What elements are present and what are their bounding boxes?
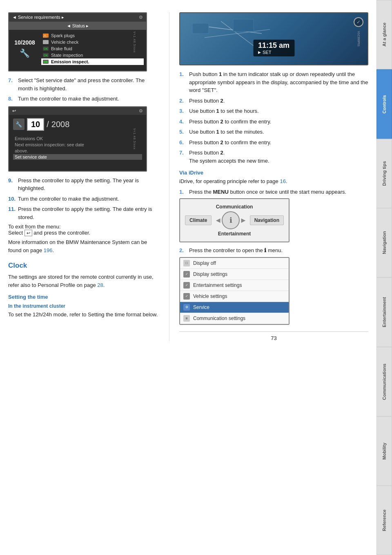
ok-icon-emission: OK	[43, 60, 49, 64]
screen-date: 10/2008	[14, 39, 35, 46]
right-step-4-text: Press button 2 to confirm the entry.	[189, 118, 271, 126]
screen-left-panel: 10/2008 🔧	[11, 32, 38, 65]
screen-date-adjustment: ↩ ⚙ 🔧 10 / 2008 Emissions OK Next emissi…	[8, 106, 147, 172]
right-step-7-num: 7.	[179, 149, 187, 165]
right-step-1-num: 1.	[179, 70, 187, 94]
right-step-5-num: 5.	[179, 128, 187, 136]
screen-item-spark: ⚠ Spark plugs	[41, 32, 144, 39]
screen-item-vehicle-text: Vehicle check	[51, 40, 78, 45]
right-step-1: 1. Push button 1 in the turn indicator s…	[179, 70, 368, 94]
gray-icon	[43, 40, 49, 44]
time-display: 11:15 am	[258, 41, 290, 50]
screen-idrive-menu: Communication Climate ◄ ℹ ► Navigation E…	[179, 198, 290, 242]
entertainment-settings-icon: ✓	[183, 282, 190, 289]
screen-date-options: Emissions OK Next emission inspection: s…	[9, 134, 146, 161]
menu-item-display-off: □ Display off	[180, 258, 289, 269]
more-info-link[interactable]: 196	[44, 247, 53, 253]
instrument-cluster-desc: To set the 12h/24h mode, refer to Settin…	[8, 311, 159, 319]
sidebar-tab-driving-tips[interactable]: Driving tips	[376, 139, 392, 208]
right-step-5-text: Use button 1 to set the minutes.	[189, 128, 264, 136]
menu-item-entertainment-settings: ✓ Entertainment settings	[180, 280, 289, 291]
idrive-step-1-text: Press the MENU button once or twice unti…	[189, 188, 346, 196]
date-option-above: above.	[13, 148, 142, 154]
menu-item-service-text: Service	[193, 304, 209, 310]
idrive-arrow-right: ►	[240, 216, 247, 225]
right-step-7: 7. Press button 2.The system accepts the…	[179, 149, 368, 165]
page-number: 73	[179, 331, 368, 341]
screen-service-menu: □ Display off ✓ Display settings ✓ Enter…	[179, 257, 290, 325]
sidebar-tab-controls[interactable]: Controls	[376, 69, 392, 139]
right-step-3-num: 3.	[179, 107, 187, 115]
clock-page-link[interactable]: 28	[97, 282, 103, 288]
exit-line-2: Select ↩ and press the controller.	[8, 230, 159, 236]
screen-item-emission: OK Emission inspect.	[41, 58, 144, 65]
sidebar-tab-communications[interactable]: Communications	[376, 347, 392, 416]
idrive-arrow-left: ◄	[214, 216, 222, 225]
idrive-climate-label: Climate	[185, 215, 212, 225]
menu-item-display-off-text: Display off	[193, 260, 216, 266]
idrive-row: Climate ◄ ℹ ► Navigation	[185, 211, 284, 229]
screen-settings-icon: ⚙	[139, 15, 143, 20]
step-8-text: Turn the controller to make the adjustme…	[18, 95, 119, 103]
step-7-num: 7.	[8, 76, 16, 92]
communication-settings-icon: ≡	[183, 315, 190, 322]
left-column: ◄ Service requirements ▸ ⚙ ◄ Status ▸ 10…	[8, 12, 159, 341]
step-10-num: 10.	[8, 195, 16, 203]
menu-item-entertainment-text: Entertainment settings	[193, 282, 242, 288]
clock-heading: Clock	[8, 262, 159, 270]
vehicle-settings-icon: ✓	[183, 293, 190, 300]
display-off-icon: □	[183, 260, 190, 266]
ok-icon-state: OK	[43, 53, 49, 57]
screen-date-main: 🔧 10 / 2008	[9, 115, 146, 134]
date-icon: 🔧	[16, 121, 22, 128]
right-step-1-text: Push button 1 in the turn indicator stal…	[189, 70, 368, 94]
more-info-paragraph: More information on the BMW Maintenance …	[8, 238, 159, 254]
screen-vehicle-icon: 🔧	[20, 48, 30, 58]
right-step-6-num: 6.	[179, 139, 187, 147]
idrive-navigation-label: Navigation	[250, 215, 284, 225]
idrive-step-1: 1. Press the MENU button once or twice u…	[179, 188, 368, 196]
sidebar-tab-navigation[interactable]: Navigation	[376, 208, 392, 278]
settings-icon-2: ⚙	[139, 108, 143, 114]
date-option-next-emission: Next emission inspection: see date	[13, 142, 142, 148]
screen-item-emission-text: Emission inspect.	[51, 59, 89, 64]
main-content: ◄ Service requirements ▸ ⚙ ◄ Status ▸ 10…	[0, 0, 376, 354]
menu-item-service[interactable]: ⚙ Service	[180, 302, 289, 313]
idrive-step-2-text: Press the controller to open the ℹ menu.	[189, 246, 283, 255]
step-11: 11. Press the controller to apply the se…	[8, 205, 159, 221]
sidebar-tab-at-a-glance[interactable]: At a glance	[376, 0, 392, 69]
sidebar-tab-entertainment[interactable]: Entertainment	[376, 278, 392, 347]
screen-header: ◄ Service requirements ▸ ⚙	[9, 13, 146, 22]
step-9-text: Press the controller to apply the settin…	[18, 177, 159, 192]
screen-item-spark-text: Spark plugs	[51, 33, 75, 38]
menu-item-display-settings-text: Display settings	[193, 271, 227, 277]
screen-right-panel: ⚠ Spark plugs Vehicle check OK Brake flu…	[41, 32, 144, 65]
sidebar-tab-mobility[interactable]: Mobility	[376, 416, 392, 486]
via-idrive-desc: iDrive, for operating principle refer to…	[179, 177, 368, 186]
right-step-6-text: Press button 2 to confirm the entry.	[189, 139, 271, 147]
screen-time-map-bg	[180, 13, 368, 65]
idrive-page-link[interactable]: 16	[280, 178, 285, 184]
step-9: 9. Press the controller to apply the set…	[8, 177, 159, 192]
display-settings-icon: ✓	[183, 271, 190, 278]
set-label: SET	[258, 50, 290, 55]
right-step-4: 4. Press button 2 to confirm the entry.	[179, 118, 368, 126]
menu-item-vehicle-settings-text: Vehicle settings	[193, 293, 227, 299]
step-9-num: 9.	[8, 177, 16, 192]
sidebar-tab-reference[interactable]: Reference	[376, 486, 392, 555]
menu-item-communication-settings: ≡ Communication settings	[180, 313, 289, 324]
idrive-center-circle: ℹ	[222, 211, 240, 229]
screen-item-vehicle: Vehicle check	[41, 39, 144, 45]
idrive-bottom-label: Entertainment	[185, 231, 284, 237]
right-step-2-text: Press button 2.	[189, 97, 225, 105]
steps-9-11: 9. Press the controller to apply the set…	[8, 177, 159, 222]
step-10-text: Turn the controller to make the adjustme…	[18, 195, 119, 203]
screen-item-brake-text: Brake fluid	[51, 46, 72, 51]
setting-time-heading: Setting the time	[8, 294, 159, 300]
date-month-box: 10	[27, 118, 44, 131]
idrive-step-2-num: 2.	[179, 246, 187, 255]
svg-rect-4	[233, 19, 254, 31]
right-step-2-num: 2.	[179, 97, 187, 105]
step-11-text: Press the controller to apply the settin…	[18, 205, 159, 221]
watermark-2: V<1.48.5/xxx	[133, 128, 136, 150]
